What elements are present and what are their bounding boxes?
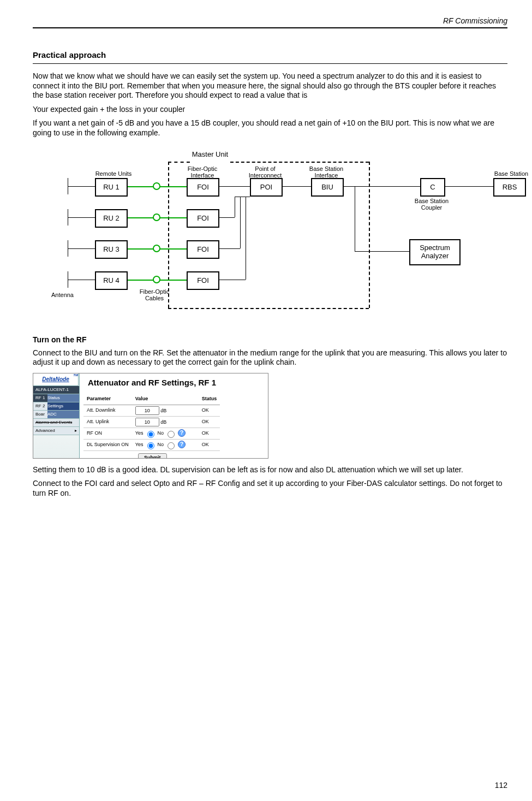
attenuator-rf-settings-panel: DeltaNode TM ALFA-LUCENT-1 RF 1 Status R… <box>33 373 268 459</box>
header-title: RF Commissioning <box>443 16 507 25</box>
menu-advanced[interactable]: Advanced▸ <box>33 427 79 435</box>
label-master-unit: Master Unit <box>190 151 230 158</box>
label-poi: Point of Interconnect <box>244 165 286 179</box>
box-spectrum-analyzer: Spectrum Analyzer <box>409 239 461 265</box>
menu-alfa-lucent[interactable]: ALFA-LUCENT-1 <box>33 386 79 394</box>
settings-table: Parameter Value Status Att. Downlink dB … <box>83 394 220 451</box>
submit-button[interactable]: Submit <box>138 453 167 459</box>
input-att-uplink[interactable] <box>135 418 159 426</box>
box-foi2: FOI <box>187 209 219 228</box>
row-rf-on: RF ON Yes No ? OK <box>83 428 220 439</box>
running-header: RF Commissioning <box>33 16 507 28</box>
para-5: Setting them to 10 dB is a good idea. DL… <box>33 465 507 475</box>
fiber-cable-icon <box>153 182 160 190</box>
box-foi3: FOI <box>187 240 219 259</box>
label-bsi: Base Station Interface <box>304 165 348 179</box>
system-diagram: Master Unit Remote Units Fiber-Optic Int… <box>49 147 524 328</box>
radio-dlsup-no[interactable] <box>168 442 175 449</box>
input-att-downlink[interactable] <box>135 406 159 415</box>
label-bs-coupler: Base Station Coupler <box>409 198 454 211</box>
box-biu: BIU <box>311 178 344 197</box>
label-remote-units: Remote Units <box>92 170 135 177</box>
menu-adc[interactable]: ADC <box>45 411 79 419</box>
menu-alarms[interactable]: Alarms and Events <box>33 419 79 427</box>
col-parameter: Parameter <box>83 394 132 405</box>
box-coupler: C <box>420 178 445 197</box>
panel-title: Attenuator and RF Settings, RF 1 <box>88 378 265 388</box>
para-1: Now that we know what we should have we … <box>33 72 507 100</box>
box-ru4: RU 4 <box>95 271 128 290</box>
section-title: Practical approach <box>33 50 507 64</box>
box-poi: POI <box>250 178 283 197</box>
box-ru1: RU 1 <box>95 178 128 197</box>
menu-rf1[interactable]: RF 1 <box>33 394 47 402</box>
row-dl-supervision: DL Supervision ON Yes No ? OK <box>83 439 220 450</box>
help-icon[interactable]: ? <box>178 441 186 448</box>
box-foi4: FOI <box>187 271 219 290</box>
box-ru2: RU 2 <box>95 209 128 228</box>
col-value: Value <box>132 394 199 405</box>
label-antenna: Antenna <box>51 292 74 298</box>
para-2: Your expected gain + the loss in your co… <box>33 105 507 115</box>
radio-rf-on-yes[interactable] <box>147 431 154 438</box>
para-4: Connect to the BIU and turn on the RF. S… <box>33 348 507 367</box>
subsection-turn-on-rf: Turn on the RF <box>33 335 507 345</box>
para-6: Connect to the FOI card and select Opto … <box>33 479 507 498</box>
para-3: If you want a net gain of -5 dB and you … <box>33 118 507 138</box>
box-rbs: RBS <box>493 178 526 197</box>
col-status: Status <box>199 394 220 405</box>
menu-rf2[interactable]: RF 2 <box>33 402 47 411</box>
label-fiber-cables: Fiber-Optic Cables <box>135 288 174 301</box>
help-icon[interactable]: ? <box>178 429 186 437</box>
row-att-downlink: Att. Downlink dB OK <box>83 405 220 416</box>
menu-boar[interactable]: Boar <box>33 411 47 419</box>
label-base-station: Base Station <box>489 170 532 177</box>
row-att-uplink: Att. Uplink dB OK <box>83 416 220 428</box>
menu-status[interactable]: Status <box>45 394 79 402</box>
menu-settings[interactable]: Settings <box>45 402 79 411</box>
label-foi-interface: Fiber-Optic Interface <box>183 165 222 179</box>
box-ru3: RU 3 <box>95 240 128 259</box>
fiber-cable-icon <box>153 245 160 252</box>
nav-sidebar: DeltaNode TM ALFA-LUCENT-1 RF 1 Status R… <box>33 373 80 458</box>
radio-rf-on-no[interactable] <box>168 431 175 438</box>
deltanode-logo: DeltaNode TM <box>33 373 79 386</box>
radio-dlsup-yes[interactable] <box>147 442 154 449</box>
fiber-cable-icon <box>153 213 160 221</box>
fiber-cable-icon <box>153 276 160 283</box>
box-foi1: FOI <box>187 178 219 197</box>
